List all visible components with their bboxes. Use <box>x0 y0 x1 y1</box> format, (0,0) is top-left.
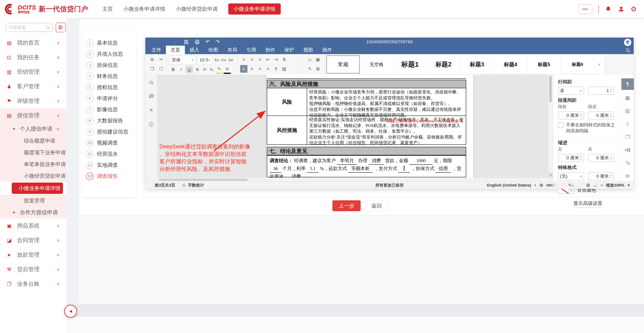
font-color-icon[interactable]: A <box>224 65 231 74</box>
doc-vertical-scrollbar[interactable]: ▾ <box>548 75 553 178</box>
editor-menu-tab[interactable]: 文件 <box>147 46 166 54</box>
top-nav-tab[interactable]: 主页 <box>102 6 113 13</box>
language-select[interactable]: English (United States) <box>487 183 531 188</box>
collapse-fab[interactable]: ◄ <box>64 305 77 318</box>
editor-menu-tab[interactable]: 视图 <box>299 46 318 54</box>
wizard-step[interactable]: 8 大数据报告 <box>82 115 136 126</box>
fit-width-icon[interactable]: ↔ <box>593 183 598 188</box>
style-tile[interactable]: 标题5 <box>527 55 561 74</box>
wizard-step[interactable]: 3 担保信息 <box>82 60 136 71</box>
shading-icon[interactable]: ▨ <box>280 65 288 73</box>
sidebar-item[interactable]: 综合额度申请 <box>0 135 66 147</box>
copy-icon[interactable]: ⧉ <box>148 56 156 63</box>
style-tile[interactable]: 标题6 <box>561 55 594 74</box>
wizard-step[interactable]: 7 影像信息 <box>82 104 136 115</box>
avatar[interactable]: 李 <box>624 39 631 46</box>
highlight-color-icon[interactable]: ✎ <box>216 65 223 74</box>
scroll-down-arrow[interactable]: ▾ <box>548 172 553 178</box>
wizard-step[interactable]: 10 视频调查 <box>82 137 136 148</box>
wizard-step[interactable]: 1 基本信息 <box>82 37 136 49</box>
sidebar-item[interactable]: ⊡ 我的任务 ∨ <box>0 50 66 65</box>
sidebar-item[interactable]: ♟ 客户管理 ∨ <box>0 79 66 94</box>
space-before-stepper[interactable]: 0 厘米 ∧∨ <box>558 112 584 120</box>
spin-down-icon[interactable]: ∨ <box>610 158 612 160</box>
page-panel-icon[interactable]: ▯ <box>622 119 633 129</box>
justify-icon[interactable]: ≡ <box>264 65 272 73</box>
conclusion-paragraph[interactable]: 调查结论： 经调查，建议为客户 李明月 办理 消费 贷款，金额 1000 元，期… <box>267 155 466 177</box>
font-family-select[interactable]: 宋体 ∨ <box>170 56 196 64</box>
paste-icon[interactable]: ❐ <box>148 65 156 73</box>
spin-down-icon[interactable]: ∨ <box>580 158 582 160</box>
multilevel-list-icon[interactable]: ≡ <box>256 56 264 63</box>
more-actions-badge[interactable]: ••• <box>578 4 592 14</box>
top-nav-tab[interactable]: 小微经营贷款申请 <box>176 6 218 13</box>
select-icon[interactable]: ☐ <box>158 65 165 73</box>
spellcheck-icon[interactable]: ABC✓ <box>546 183 556 187</box>
clear-format-icon[interactable]: ⊠ <box>314 65 322 73</box>
word-count-label[interactable]: 字数统计 <box>188 183 204 188</box>
editor-menu-tab[interactable]: 插入 <box>185 46 204 54</box>
info-icon[interactable]: ⓘ <box>149 121 154 128</box>
wizard-step[interactable]: 11 经营流水 <box>82 148 136 160</box>
sidebar-item[interactable]: ⚑ 评级管理 ∨ <box>0 94 66 108</box>
style-tile[interactable]: 标题3 <box>460 55 494 74</box>
find-icon[interactable] <box>149 80 154 85</box>
gear-icon[interactable]: ⚙ <box>631 5 637 13</box>
advanced-settings-link[interactable]: 显示高级设置 <box>573 200 602 208</box>
align-center-icon[interactable]: ≡ <box>248 65 256 73</box>
sidebar-item[interactable]: ◪ 合同管理 ∨ <box>0 233 66 248</box>
subscript-icon[interactable]: A₂ <box>209 66 215 73</box>
zoom-out-icon[interactable]: − <box>600 182 603 188</box>
style-tile[interactable]: 标题4 <box>494 55 527 74</box>
wizard-step[interactable]: 13 调查报告 <box>82 171 136 182</box>
editor-menu-tab[interactable]: 保护 <box>280 46 299 54</box>
paragraph-mark-icon[interactable]: ¶ <box>272 65 280 73</box>
sidebar-item[interactable]: ➤ 放款管理 ∨ <box>0 248 66 262</box>
chart-panel-icon[interactable] <box>622 145 633 155</box>
space-after-stepper[interactable]: 0 厘米 ∧∨ <box>588 112 614 120</box>
sidebar-item[interactable]: 批复管理 <box>0 195 66 206</box>
editor-menu-tab[interactable]: 主页 <box>166 46 185 54</box>
font-size-select[interactable]: 10.5 ∨ <box>198 56 212 64</box>
align-right-icon[interactable]: ≡ <box>256 65 264 73</box>
sidebar-item[interactable]: 小微业务申请详情 <box>12 183 63 194</box>
document-canvas[interactable]: 六、风险及风控措施 风险 经营风险：小微企业市场竞争力弱，易受行业波动（如政策变… <box>157 75 548 178</box>
sidebar-item[interactable]: ⚒ 贷后管理 ∨ <box>0 262 66 277</box>
line-spacing-mode-select[interactable]: 多 ∨ <box>558 87 584 95</box>
editor-search-icon[interactable] <box>625 48 630 54</box>
wizard-step[interactable]: 2 共借人信息 <box>82 49 136 60</box>
sidebar-item[interactable]: ▤ 授信管理 ∧ <box>0 108 66 123</box>
style-tile[interactable]: 常规 <box>326 55 360 74</box>
spin-down-icon[interactable]: ∨ <box>610 91 612 93</box>
indent-right-stepper[interactable]: 0 厘米 ∧∨ <box>588 154 614 162</box>
top-nav-tab[interactable]: 小微业务申请详情 <box>228 4 281 15</box>
styles-more-icon[interactable]: ∨ <box>594 55 604 74</box>
function-search[interactable] <box>5 23 53 32</box>
change-case-icon[interactable]: Aa <box>228 56 234 64</box>
spin-down-icon[interactable]: ∨ <box>610 176 612 179</box>
image-panel-icon[interactable]: ▨ <box>622 106 633 116</box>
save-icon[interactable] <box>184 39 189 45</box>
comments-icon[interactable] <box>149 94 154 99</box>
style-tile[interactable]: 标题2 <box>427 55 460 74</box>
wizard-step[interactable]: 4 财务信息 <box>82 71 136 82</box>
grow-font-icon[interactable]: A∧ <box>214 56 220 64</box>
sidebar-item[interactable]: 额度项下业务申请 <box>0 147 66 158</box>
sidebar-item[interactable]: ❒ 业务台账 ∨ <box>0 277 66 291</box>
cut-icon[interactable]: ✂ <box>158 56 165 63</box>
search-input[interactable] <box>8 25 40 30</box>
zoom-level[interactable]: 缩放100% <box>606 183 624 188</box>
bold-icon[interactable]: B <box>170 66 177 73</box>
editor-menu-tab[interactable]: 插件 <box>318 46 337 54</box>
bullet-list-icon[interactable]: ≡ <box>240 56 248 63</box>
headings-nav-icon[interactable]: ≡ <box>150 107 152 113</box>
sidebar-item[interactable]: 单笔单批业务申请 <box>0 158 66 170</box>
style-tile[interactable]: 无空格 <box>360 55 393 74</box>
h-scroll-thumb[interactable] <box>159 179 248 181</box>
color-fill-icon[interactable]: ▦ <box>314 56 322 63</box>
same-style-checkbox[interactable] <box>558 122 564 128</box>
wizard-step[interactable]: 6 申请评分 <box>82 93 136 104</box>
textart-panel-icon[interactable]: Ta <box>622 158 633 168</box>
underline-icon[interactable]: U <box>186 66 193 73</box>
bell-icon[interactable] <box>605 6 612 13</box>
